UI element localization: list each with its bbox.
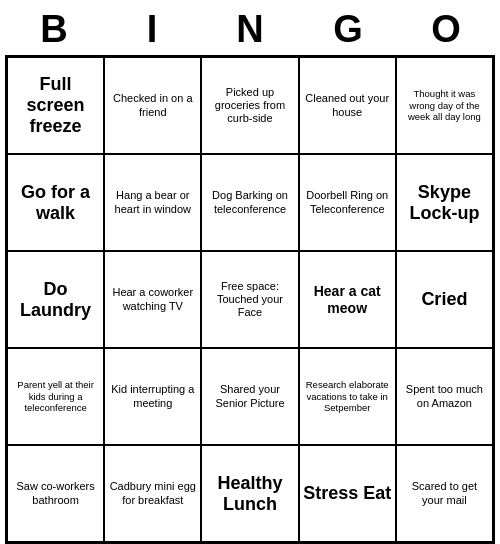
bingo-letter-b: B: [26, 8, 82, 51]
bingo-cell-12: Free space: Touched your Face: [201, 251, 298, 348]
bingo-cell-3: Cleaned out your house: [299, 57, 396, 154]
bingo-letter-o: O: [418, 8, 474, 51]
bingo-cell-24: Scared to get your mail: [396, 445, 493, 542]
bingo-cell-0: Full screen freeze: [7, 57, 104, 154]
bingo-cell-6: Hang a bear or heart in window: [104, 154, 201, 251]
bingo-cell-21: Cadbury mini egg for breakfast: [104, 445, 201, 542]
bingo-cell-22: Healthy Lunch: [201, 445, 298, 542]
bingo-letter-n: N: [222, 8, 278, 51]
bingo-cell-17: Shared your Senior Picture: [201, 348, 298, 445]
bingo-title: BINGO: [5, 0, 495, 55]
bingo-cell-4: Thought it was wrong day of the week all…: [396, 57, 493, 154]
bingo-cell-11: Hear a coworker watching TV: [104, 251, 201, 348]
bingo-cell-13: Hear a cat meow: [299, 251, 396, 348]
bingo-cell-9: Skype Lock-up: [396, 154, 493, 251]
bingo-cell-5: Go for a walk: [7, 154, 104, 251]
bingo-letter-g: G: [320, 8, 376, 51]
bingo-cell-23: Stress Eat: [299, 445, 396, 542]
bingo-cell-14: Cried: [396, 251, 493, 348]
bingo-grid: Full screen freezeChecked in on a friend…: [5, 55, 495, 544]
bingo-cell-19: Spent too much on Amazon: [396, 348, 493, 445]
bingo-cell-1: Checked in on a friend: [104, 57, 201, 154]
bingo-cell-7: Dog Barking on teleconference: [201, 154, 298, 251]
bingo-cell-16: Kid interrupting a meeting: [104, 348, 201, 445]
bingo-cell-15: Parent yell at their kids during a telec…: [7, 348, 104, 445]
bingo-cell-8: Doorbell Ring on Teleconference: [299, 154, 396, 251]
bingo-cell-18: Research elaborate vacations to take in …: [299, 348, 396, 445]
bingo-cell-2: Picked up groceries from curb-side: [201, 57, 298, 154]
bingo-cell-20: Saw co-workers bathroom: [7, 445, 104, 542]
bingo-letter-i: I: [124, 8, 180, 51]
bingo-cell-10: Do Laundry: [7, 251, 104, 348]
